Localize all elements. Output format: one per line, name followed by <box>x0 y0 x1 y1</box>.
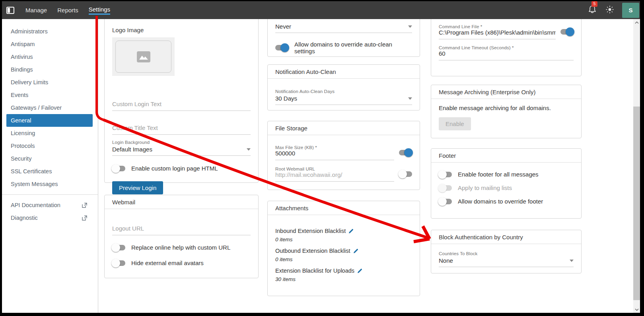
chevron-down-icon <box>247 148 251 151</box>
command-line-file-field: Command Line File * <box>439 24 574 39</box>
root-webmail-url-label: Root Webmail URL <box>275 167 394 171</box>
theme-toggle-button[interactable] <box>605 5 614 16</box>
countries-to-block-select[interactable]: None <box>439 257 574 267</box>
scrollbar-up-button[interactable] <box>633 19 640 26</box>
settings-sidebar: Administrators Antispam Antivirus Bindin… <box>2 19 98 313</box>
login-background-field[interactable]: Login Background Default Images <box>112 140 251 156</box>
chevron-down-icon <box>408 25 412 28</box>
sidebar-item-antivirus[interactable]: Antivirus <box>2 50 98 63</box>
login-background-label: Login Background <box>112 140 251 145</box>
footer-card-title: Footer <box>431 149 581 163</box>
sidebar-item-licensing[interactable]: Licensing <box>2 127 98 140</box>
inbound-blacklist-edit[interactable]: Inbound Extension Blacklist <box>275 228 412 234</box>
footer-mailing-toggle[interactable] <box>439 185 452 191</box>
enable-archiving-button[interactable]: Enable <box>439 117 471 130</box>
autoclean-override-toggle[interactable] <box>275 45 288 50</box>
toggle-knob <box>404 148 413 157</box>
toggle-knob <box>111 243 120 252</box>
outbound-blacklist-label: Outbound Extension Blacklist <box>275 248 350 254</box>
inbound-blacklist-entry: Inbound Extension Blacklist 0 items <box>275 228 412 242</box>
vertical-scrollbar <box>633 19 640 313</box>
custom-html-toggle-row: Enable custom login page HTML <box>112 165 251 172</box>
max-file-size-input[interactable] <box>275 150 394 160</box>
countries-to-block-label: Countries To Block <box>439 251 574 256</box>
root-webmail-url-toggle[interactable] <box>399 171 412 177</box>
replace-help-toggle-label: Replace online help with custom URL <box>131 244 230 251</box>
topbar-right: 5 S <box>588 1 640 19</box>
command-line-file-label: Command Line File * <box>439 24 556 29</box>
toggle-knob <box>398 170 407 178</box>
attachments-card: Attachments Inbound Extension Blacklist … <box>267 201 420 296</box>
login-background-select[interactable]: Default Images <box>112 146 251 156</box>
sidebar-item-general[interactable]: General <box>6 114 93 127</box>
uploads-blacklist-label: Extension Blacklist for Uploads <box>275 268 354 274</box>
sidebar-item-events[interactable]: Events <box>2 89 98 101</box>
command-line-timeout-field: Command Line Timeout (Seconds) * <box>439 45 574 60</box>
avatar[interactable]: S <box>622 3 639 18</box>
footer-override-toggle-row: Allow domains to override footer <box>439 198 574 205</box>
custom-html-toggle[interactable] <box>112 166 125 171</box>
footer-enable-toggle[interactable] <box>439 172 452 177</box>
chevron-up-icon <box>635 21 639 24</box>
sidebar-item-gateways-failover[interactable]: Gateways / Failover <box>2 101 98 114</box>
sidebar-item-security[interactable]: Security <box>2 152 98 165</box>
autoclean-override-toggle-label: Allow domains to override auto-clean set… <box>294 41 412 54</box>
footer-override-toggle-label: Allow domains to override footer <box>458 198 543 205</box>
root-webmail-url-field: Root Webmail URL <box>275 167 412 182</box>
preview-login-button[interactable]: Preview Login <box>112 181 163 194</box>
autoclean-days-select[interactable]: 30 Days <box>275 95 412 105</box>
app-window: Manage Reports Settings 5 <box>2 1 640 313</box>
nav-reports-label: Reports <box>57 7 78 14</box>
footer-override-toggle[interactable] <box>439 199 452 204</box>
autoclean-override-toggle-row: Allow domains to override auto-clean set… <box>275 41 412 54</box>
replace-help-toggle[interactable] <box>112 245 125 250</box>
command-line-file-toggle[interactable] <box>560 29 574 35</box>
command-line-timeout-input[interactable] <box>439 50 574 60</box>
root-webmail-url-input[interactable] <box>275 171 394 182</box>
sidebar-item-delivery-limits[interactable]: Delivery Limits <box>2 76 98 89</box>
message-archiving-card: Message Archiving (Enterprise Only) Enab… <box>431 85 582 138</box>
footer-mailing-toggle-label: Apply to mailing lists <box>458 184 512 191</box>
command-line-file-input[interactable] <box>439 29 556 39</box>
nav-manage[interactable]: Manage <box>20 1 52 19</box>
sidebar-link-diagnostic[interactable]: Diagnostic <box>2 211 98 224</box>
inbound-blacklist-label: Inbound Extension Blacklist <box>275 228 346 234</box>
custom-login-text-input[interactable] <box>112 101 251 111</box>
nav-settings[interactable]: Settings <box>84 1 115 19</box>
sidebar-item-ssl-certificates[interactable]: SSL Certificates <box>2 165 98 178</box>
uploads-blacklist-edit[interactable]: Extension Blacklist for Uploads <box>275 268 412 274</box>
logout-url-input[interactable] <box>112 225 251 235</box>
sidebar-item-administrators[interactable]: Administrators <box>2 25 98 38</box>
nav-reports[interactable]: Reports <box>52 1 84 19</box>
api-documentation-label: API Documentation <box>11 202 60 208</box>
sidebar-item-system-messages[interactable]: System Messages <box>2 178 98 190</box>
autoclean-frequency-select[interactable]: Never <box>275 23 412 33</box>
sidebar-link-api-documentation[interactable]: API Documentation <box>2 199 98 211</box>
sidebar-divider <box>2 194 98 195</box>
replace-help-toggle-row: Replace online help with custom URL <box>112 244 251 251</box>
nav-manage-label: Manage <box>25 7 47 14</box>
sidebar-item-bindings[interactable]: Bindings <box>2 63 98 76</box>
outbound-blacklist-edit[interactable]: Outbound Extension Blacklist <box>275 248 412 254</box>
hide-avatars-toggle-label: Hide external email avatars <box>131 260 204 266</box>
sidebar-toggle-icon[interactable] <box>6 6 15 14</box>
hide-avatars-toggle[interactable] <box>112 260 125 266</box>
scrollbar-thumb[interactable] <box>633 107 640 300</box>
uploads-blacklist-entry: Extension Blacklist for Uploads 30 items <box>275 268 412 282</box>
max-file-size-field: Max File Size (KB) * <box>275 145 412 160</box>
scrollbar-down-button[interactable] <box>633 306 640 313</box>
notifications-button[interactable]: 5 <box>588 5 597 16</box>
max-file-size-toggle[interactable] <box>399 150 412 155</box>
footer-card: Footer Enable footer for all messages Ap… <box>431 148 582 219</box>
sidebar-item-antispam[interactable]: Antispam <box>2 38 98 50</box>
sidebar-item-protocols[interactable]: Protocols <box>2 140 98 152</box>
footer-enable-toggle-label: Enable footer for all messages <box>458 171 539 178</box>
uploads-blacklist-count: 30 items <box>275 276 412 282</box>
external-link-icon <box>82 215 87 221</box>
logo-image-placeholder[interactable] <box>112 37 175 76</box>
edit-pencil-icon <box>348 229 354 234</box>
logo-image-label: Logo Image <box>112 27 251 33</box>
topbar: Manage Reports Settings 5 <box>2 1 640 19</box>
toggle-knob <box>111 164 120 173</box>
custom-title-text-input[interactable] <box>112 124 251 135</box>
